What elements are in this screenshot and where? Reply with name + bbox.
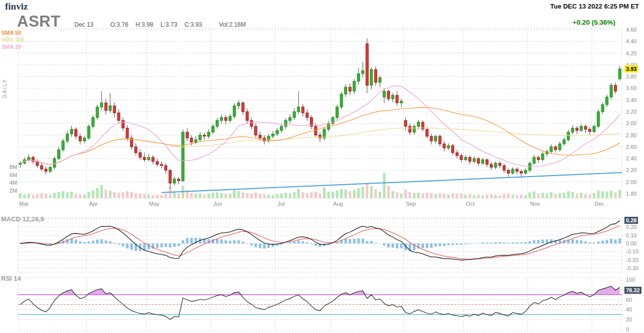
finviz-chart-page: finviz Tue DEC 13 2022 6:25 PM ET ASRT D… <box>0 0 644 333</box>
macd-value-badge: 0.28 <box>624 217 638 224</box>
chart-canvas[interactable] <box>0 0 644 333</box>
rsi-value-badge: 78.32 <box>624 287 641 294</box>
last-price-badge: 3.93 <box>624 65 638 72</box>
